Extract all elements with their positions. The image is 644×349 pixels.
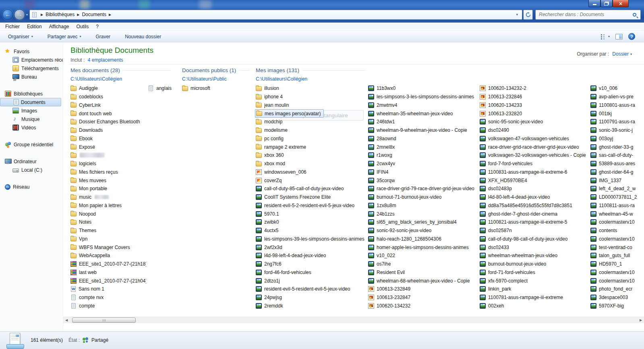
file-item[interactable]: test-ventirad-co <box>590 243 644 251</box>
file-item[interactable]: HD5970_1 <box>590 260 644 268</box>
file-item[interactable]: Mes fichiers reçus <box>70 168 146 177</box>
file-item[interactable]: logiciels <box>70 160 146 168</box>
file-item[interactable]: 100620-134232-2 <box>480 84 589 93</box>
file-item[interactable]: call-of-duty-85-call-of-duty-jeux-video <box>256 185 366 193</box>
includes-link[interactable]: 4 emplacements <box>88 57 123 63</box>
file-item[interactable]: 100613-232820 <box>480 109 589 118</box>
file-item[interactable]: xbox 360 <box>256 151 366 160</box>
help-button[interactable] <box>628 33 635 40</box>
sidebar-item-groupe-r-sidentiel[interactable]: Groupe résidentiel <box>0 140 63 149</box>
file-item[interactable]: zwibk0 <box>256 218 366 226</box>
menu-item-item[interactable]: ? <box>92 23 102 30</box>
file-item[interactable]: 2mwtmv4 <box>368 101 478 110</box>
file-item[interactable]: rampage 2 extreme <box>256 143 366 151</box>
file-item[interactable]: wheelman-68-wheelman-jeux-video - Copie <box>368 276 478 285</box>
file-item[interactable]: ghost-rider-7-ghost-rider-cinema <box>480 210 589 218</box>
sidebar-item-ordinateur[interactable]: Ordinateur <box>0 157 63 166</box>
sidebar-item-documents[interactable]: Documents <box>0 98 61 106</box>
file-item[interactable]: 001tkj <box>590 109 644 118</box>
file-item[interactable]: 4uctx5 <box>256 226 366 235</box>
file-item[interactable]: compte <box>70 302 146 310</box>
file-item[interactable]: Audiggle <box>70 84 146 93</box>
file-item[interactable]: sonic-92-sonic-jeux-video <box>368 226 478 235</box>
file-item[interactable]: volkswagen-47-volkswagen-vehicules <box>480 135 589 143</box>
search-box[interactable] <box>535 10 641 20</box>
file-item[interactable]: IMG_1337 <box>590 176 644 185</box>
file-item[interactable]: Ebook <box>70 135 146 143</box>
group-header-documents-publics-1[interactable]: Documents publics (1) <box>182 67 250 73</box>
file-item[interactable]: Exposé <box>70 143 146 151</box>
file-item[interactable]: homer-apple-les-simpsons-dessins-animes <box>368 243 478 251</box>
scroll-left-icon[interactable]: ◀ <box>63 317 70 324</box>
file-item[interactable]: microsoft <box>182 84 253 93</box>
file-item[interactable]: dont touch web <box>70 109 146 118</box>
file-item[interactable]: race-driver-grid-79-race-driver-grid-jeu… <box>368 185 478 193</box>
sidebar-item-images[interactable]: Images <box>0 106 63 115</box>
file-item[interactable]: 3despace003 <box>590 293 644 302</box>
menu-item-edition[interactable]: Edition <box>23 23 46 30</box>
file-item[interactable]: contents <box>590 226 644 235</box>
address-bar[interactable]: ▶ Bibliothèques ▶ Documents ▶ ▾ <box>29 10 522 20</box>
scroll-right-icon[interactable]: ▶ <box>638 317 644 324</box>
file-item[interactable]: wheelman-wheelman-jeux-video <box>480 251 589 260</box>
file-item[interactable]: xbox mod <box>256 160 366 168</box>
scrollbar-thumb[interactable] <box>72 318 136 323</box>
file-item[interactable]: sonic-39-sonic-j <box>590 126 644 135</box>
file-item[interactable]: LD0000737811_2 <box>590 193 644 202</box>
file-item[interactable]: 1100811-asus-ra <box>590 202 644 210</box>
file-item[interactable]: Themes <box>70 226 146 235</box>
file-item[interactable]: dd8a75a485e45916d55c55fd7d8c3851 <box>480 202 589 210</box>
toolbar-partager-avec-button[interactable]: Partager avec▾ <box>43 32 85 41</box>
file-item[interactable]: xfx-5970-complect <box>480 276 589 285</box>
file-item[interactable]: linkin_park <box>480 285 589 293</box>
preview-pane-button[interactable] <box>615 34 623 39</box>
file-item[interactable]: ford-46-ford-vehicules <box>256 268 366 277</box>
file-item[interactable]: 2remddk <box>256 302 366 310</box>
file-item[interactable]: left_4_dead_2_w <box>590 185 644 193</box>
file-item[interactable]: dsc02490 <box>480 126 589 135</box>
file-item[interactable]: talon_guts_full <box>590 251 644 260</box>
file-item[interactable]: 11b3wx0 <box>368 84 478 93</box>
file-item[interactable]: v10_022 <box>368 251 478 260</box>
file-item[interactable]: dsc02433 <box>480 243 589 251</box>
sidebar-item-r-seau[interactable]: Réseau <box>0 183 63 191</box>
file-item[interactable]: v10_006 <box>590 84 644 93</box>
file-item[interactable]: avp-alien-vs-pre <box>590 93 644 101</box>
file-item[interactable]: pc config <box>256 135 366 143</box>
file-item[interactable]: IFIN4 <box>368 168 478 177</box>
file-item[interactable]: Mon papier à lettres <box>70 202 146 210</box>
file-item[interactable]: coverZq <box>256 176 366 185</box>
file-item[interactable]: codeblocks <box>70 93 146 101</box>
file-item[interactable]: 1100821-asus-rampage-iii-extreme-5 <box>480 218 589 226</box>
menu-item-fichier[interactable]: Fichier <box>2 23 23 30</box>
file-item[interactable]: 100620-134232 <box>368 302 478 310</box>
file-item[interactable]: halo-reach-1280_1268504306 <box>368 235 478 243</box>
file-item[interactable]: 2cwx4yv <box>368 160 478 168</box>
toolbar-nouveau-dossier-button[interactable]: Nouveau dossier <box>121 32 165 41</box>
file-item[interactable]: dsc02483p <box>480 185 589 193</box>
file-item[interactable]: Vpn <box>70 235 146 243</box>
file-item[interactable]: sonic-95-sonic-jeux-video <box>480 118 589 126</box>
file-item[interactable]: 100620-134233 <box>480 101 589 110</box>
sidebar-item-emplacements-r-cents[interactable]: Emplacements récents <box>0 56 63 64</box>
file-item[interactable]: modelisme <box>256 126 366 135</box>
file-item[interactable]: 24b1zzs <box>368 210 478 218</box>
sidebar-item-local-c[interactable]: Local (C:) <box>0 166 63 174</box>
file-item[interactable]: Notes <box>70 218 146 226</box>
file-item[interactable]: ford-7-ford-vehicules <box>480 160 589 168</box>
file-item[interactable]: 5970.1 <box>256 210 366 218</box>
file-item[interactable]: coolermasterv10 <box>590 235 644 243</box>
file-item[interactable]: anglais <box>148 84 181 93</box>
file-item[interactable]: resident-evil-5-resident-evil-5-jeux-vid… <box>256 285 366 293</box>
file-item[interactable]: 003oyj <box>590 135 644 143</box>
file-item[interactable]: Sans nom 1 <box>70 285 146 293</box>
menu-item-outils[interactable]: Outils <box>73 23 93 30</box>
file-item[interactable]: 2dtzo1j <box>256 276 366 285</box>
file-item[interactable]: windowsseven_006 <box>256 168 366 177</box>
address-dropdown-icon[interactable]: ▾ <box>514 12 520 17</box>
file-item[interactable]: coolermasterv10 <box>590 276 644 285</box>
file-item[interactable]: jean moulin <box>256 101 366 110</box>
close-button[interactable] <box>613 0 629 7</box>
file-item[interactable]: les-simpsons-3-les-simpsons-dessins-anim… <box>368 93 478 101</box>
file-item[interactable]: Downloads <box>70 126 146 135</box>
